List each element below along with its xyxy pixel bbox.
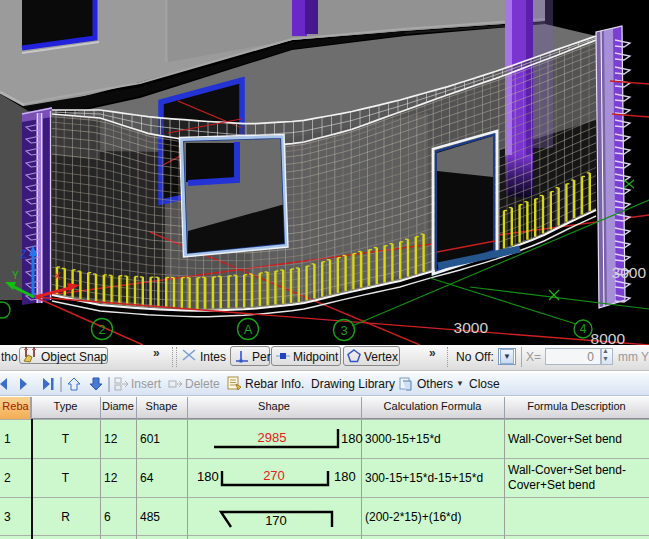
svg-text:Z: Z [20, 248, 27, 260]
svg-text:X: X [54, 271, 61, 282]
svg-text:2: 2 [98, 322, 105, 337]
svg-text:4: 4 [580, 322, 587, 336]
svg-text:3: 3 [340, 323, 347, 338]
svg-text:3000: 3000 [454, 319, 489, 336]
svg-text:8000: 8000 [591, 330, 626, 345]
svg-text:Y: Y [12, 270, 19, 281]
svg-text:3000: 3000 [612, 264, 647, 281]
svg-text:A: A [244, 322, 253, 337]
